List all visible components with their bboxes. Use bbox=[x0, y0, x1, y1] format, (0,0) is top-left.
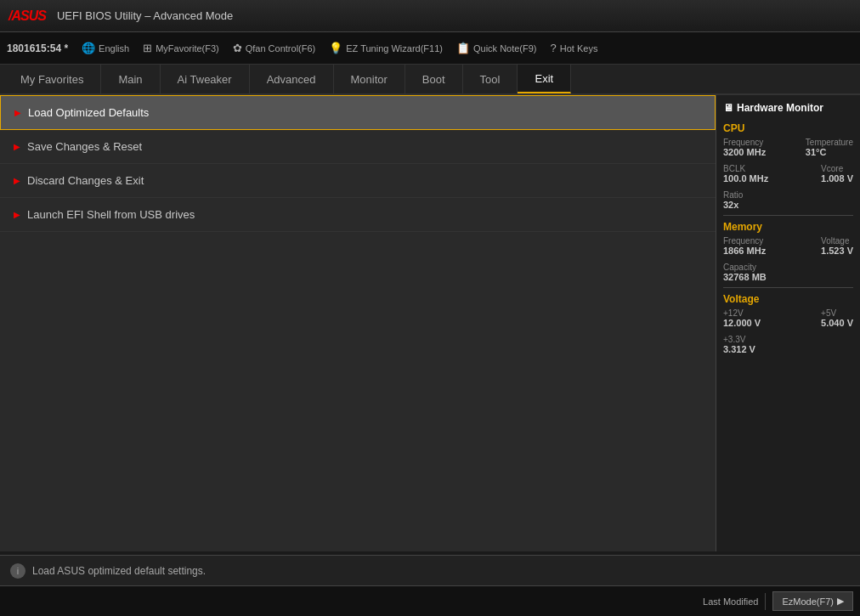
bottom-bar: Last Modified EzMode(F7) ▶ bbox=[0, 585, 860, 616]
quick-note-label: Quick Note(F9) bbox=[473, 43, 537, 54]
cpu-ratio-value: 32x bbox=[723, 200, 853, 210]
ez-mode-label: EzMode(F7) bbox=[782, 596, 834, 607]
header-bar: /ASUS UEFI BIOS Utility – Advanced Mode bbox=[0, 0, 860, 32]
cpu-frequency: Frequency 3200 MHz bbox=[723, 138, 766, 157]
hot-keys-button[interactable]: ? Hot Keys bbox=[551, 42, 598, 54]
arrow-right-icon: ▶ bbox=[837, 596, 844, 607]
ez-mode-button[interactable]: EzMode(F7) ▶ bbox=[772, 591, 853, 611]
menu-item-launch-efi[interactable]: ▶ Launch EFI Shell from USB drives bbox=[0, 198, 716, 232]
cpu-temperature: Temperature 31°C bbox=[806, 138, 853, 157]
mem-freq-label: Frequency bbox=[723, 236, 766, 246]
monitor-icon: 🖥 bbox=[723, 102, 733, 114]
volt-33v-value: 3.312 V bbox=[723, 344, 853, 354]
language-selector[interactable]: 🌐 English bbox=[82, 42, 129, 54]
mem-volt-value: 1.523 V bbox=[821, 246, 853, 256]
hot-keys-label: Hot Keys bbox=[560, 43, 598, 54]
cpu-freq-value: 3200 MHz bbox=[723, 147, 766, 157]
ez-tuning-button[interactable]: 💡 EZ Tuning Wizard(F11) bbox=[329, 42, 443, 54]
cpu-freq-row: Frequency 3200 MHz Temperature 31°C bbox=[723, 138, 853, 162]
logo-area: /ASUS UEFI BIOS Utility – Advanced Mode bbox=[8, 8, 233, 24]
voltage-section-title: Voltage bbox=[723, 293, 853, 305]
volt-5v: +5V 5.040 V bbox=[821, 308, 853, 328]
mem-voltage: Voltage 1.523 V bbox=[821, 236, 853, 256]
arrow-icon: ▶ bbox=[14, 108, 21, 117]
cpu-freq-label: Frequency bbox=[723, 138, 766, 147]
status-text: Load ASUS optimized default settings. bbox=[32, 565, 206, 577]
cpu-temp-label: Temperature bbox=[806, 138, 853, 147]
volt-5v-label: +5V bbox=[821, 308, 853, 318]
mem-volt-label: Voltage bbox=[821, 236, 853, 246]
memory-divider bbox=[723, 287, 853, 288]
ez-tuning-label: EZ Tuning Wizard(F11) bbox=[346, 43, 443, 54]
tab-exit[interactable]: Exit bbox=[518, 65, 571, 93]
language-label: English bbox=[99, 43, 129, 54]
cpu-vcore-value: 1.008 V bbox=[821, 173, 853, 184]
arrow-icon: ▶ bbox=[14, 210, 20, 219]
menu-item-label: Launch EFI Shell from USB drives bbox=[27, 208, 195, 221]
menu-item-load-optimized[interactable]: ▶ Load Optimized Defaults bbox=[0, 95, 716, 130]
main-area: ▶ Load Optimized Defaults ▶ Save Changes… bbox=[0, 95, 860, 551]
last-modified-label: Last Modified bbox=[703, 596, 758, 607]
cpu-bclk: BCLK 100.0 MHz bbox=[723, 164, 768, 184]
tab-ai-tweaker[interactable]: Ai Tweaker bbox=[161, 65, 250, 93]
volt-12v-label: +12V bbox=[723, 308, 761, 318]
cpu-bclk-row: BCLK 100.0 MHz Vcore 1.008 V bbox=[723, 164, 853, 189]
info-icon: i bbox=[10, 563, 25, 579]
tab-main[interactable]: Main bbox=[101, 65, 160, 93]
time-display: 1801615:54 * bbox=[7, 42, 68, 54]
arrow-icon: ▶ bbox=[14, 176, 20, 185]
cpu-vcore-label: Vcore bbox=[821, 164, 853, 173]
volt-33v: +3.3V 3.312 V bbox=[723, 335, 853, 354]
bulb-icon: 💡 bbox=[329, 42, 342, 54]
toolbar: 1801615:54 * 🌐 English ⊞ MyFavorite(F3) … bbox=[0, 32, 860, 65]
globe-icon: 🌐 bbox=[82, 42, 95, 54]
volt-12v-row: +12V 12.000 V +5V 5.040 V bbox=[723, 308, 853, 333]
tab-boot[interactable]: Boot bbox=[405, 65, 463, 93]
cpu-vcore: Vcore 1.008 V bbox=[821, 164, 853, 184]
mem-freq-value: 1866 MHz bbox=[723, 246, 766, 256]
my-favorite-button[interactable]: ⊞ MyFavorite(F3) bbox=[143, 42, 219, 54]
mem-frequency: Frequency 1866 MHz bbox=[723, 236, 766, 256]
cpu-bclk-label: BCLK bbox=[723, 164, 768, 173]
mem-freq-row: Frequency 1866 MHz Voltage 1.523 V bbox=[723, 236, 853, 261]
mem-capacity: Capacity 32768 MB bbox=[723, 263, 853, 282]
cpu-ratio-label: Ratio bbox=[723, 190, 853, 200]
volt-12v: +12V 12.000 V bbox=[723, 308, 761, 328]
volt-12v-value: 12.000 V bbox=[723, 318, 761, 328]
tab-my-favorites[interactable]: My Favorites bbox=[3, 65, 101, 93]
qfan-label: Qfan Control(F6) bbox=[246, 43, 316, 54]
cpu-bclk-value: 100.0 MHz bbox=[723, 173, 768, 184]
volt-33v-label: +3.3V bbox=[723, 335, 853, 344]
fan-icon: ✿ bbox=[233, 42, 242, 54]
tab-tool[interactable]: Tool bbox=[463, 65, 518, 93]
note-icon: 📋 bbox=[456, 42, 470, 54]
question-icon: ? bbox=[551, 42, 557, 54]
menu-item-save-changes[interactable]: ▶ Save Changes & Reset bbox=[0, 130, 716, 164]
nav-tabs: My Favorites Main Ai Tweaker Advanced Mo… bbox=[0, 65, 860, 95]
content-panel: ▶ Load Optimized Defaults ▶ Save Changes… bbox=[0, 95, 716, 551]
my-favorite-label: MyFavorite(F3) bbox=[156, 43, 219, 54]
cpu-divider bbox=[723, 215, 853, 216]
asus-logo: /ASUS bbox=[8, 8, 46, 24]
tab-advanced[interactable]: Advanced bbox=[250, 65, 334, 93]
bottom-divider bbox=[765, 593, 766, 610]
cpu-temp-value: 31°C bbox=[806, 147, 853, 157]
menu-item-label: Load Optimized Defaults bbox=[28, 106, 149, 119]
volt-5v-value: 5.040 V bbox=[821, 318, 853, 328]
mem-cap-label: Capacity bbox=[723, 263, 853, 272]
quick-note-button[interactable]: 📋 Quick Note(F9) bbox=[456, 42, 537, 54]
cpu-ratio: Ratio 32x bbox=[723, 190, 853, 210]
menu-item-label: Discard Changes & Exit bbox=[27, 174, 144, 187]
menu-item-discard-changes[interactable]: ▶ Discard Changes & Exit bbox=[0, 164, 716, 198]
status-bar: i Load ASUS optimized default settings. bbox=[0, 555, 860, 585]
arrow-icon: ▶ bbox=[14, 142, 20, 151]
bios-title: UEFI BIOS Utility – Advanced Mode bbox=[57, 9, 233, 22]
qfan-button[interactable]: ✿ Qfan Control(F6) bbox=[233, 42, 316, 54]
hw-monitor-title: 🖥 Hardware Monitor bbox=[723, 102, 853, 114]
mem-cap-value: 32768 MB bbox=[723, 272, 853, 282]
tab-monitor[interactable]: Monitor bbox=[334, 65, 405, 93]
menu-item-label: Save Changes & Reset bbox=[27, 140, 142, 153]
hardware-monitor-panel: 🖥 Hardware Monitor CPU Frequency 3200 MH… bbox=[716, 95, 860, 551]
star-icon: ⊞ bbox=[143, 42, 152, 54]
cpu-section-title: CPU bbox=[723, 122, 853, 134]
